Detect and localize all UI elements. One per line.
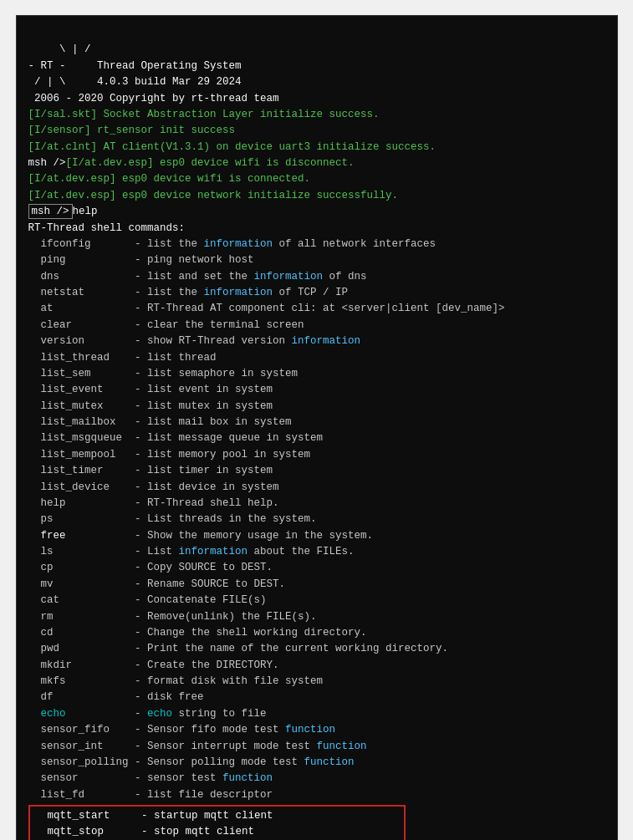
cmd-pwd: pwd - Print the name of the current work… <box>28 643 449 654</box>
cmd-ps: ps - List threads in the system. <box>28 513 317 525</box>
terminal-window: \ | / - RT - Thread Operating System / |… <box>16 15 618 840</box>
cmd-sensor: sensor - sensor test function <box>28 772 273 784</box>
cmd-echo: echo - echo string to file <box>28 708 267 720</box>
cmd-ifconfig: ifconfig - list the information of all n… <box>28 238 436 250</box>
cmd-list-mempool: list_mempool - list memory pool in syste… <box>28 449 311 461</box>
cmd-mkdir: mkdir - Create the DIRECTORY. <box>28 659 279 671</box>
cmd-list-sem: list_sem - list semaphore in system <box>28 368 299 379</box>
cmd-list-mailbox: list_mailbox - list mail box in system <box>28 416 292 428</box>
cmd-free: free - Show the memory usage in the syst… <box>28 530 374 542</box>
cmd-list-device: list_device - list device in system <box>28 481 279 493</box>
cmd-dns: dns - list and set the information of dn… <box>28 271 367 283</box>
prompt-help: msh />help <box>28 204 98 219</box>
cmd-list-fd: list_fd - list file descriptor <box>28 789 273 801</box>
cmd-list-thread: list_thread - list thread <box>28 352 217 364</box>
cmd-ls: ls - List information about the FILEs. <box>28 546 355 557</box>
cmd-cat: cat - Concatenate FILE(s) <box>28 594 267 606</box>
cmd-list-timer: list_timer - list timer in system <box>28 465 273 476</box>
cmd-list-event: list_event - list event in system <box>28 384 273 395</box>
cmd-at: at - RT-Thread AT component cli: at <ser… <box>28 303 505 314</box>
cmd-cp: cp - Copy SOURCE to DEST. <box>28 562 273 573</box>
cmd-mv: mv - Rename SOURCE to DEST. <box>28 578 286 590</box>
cmd-rm: rm - Remove(unlink) the FILE(s). <box>28 611 317 623</box>
cmd-mkfs: mkfs - format disk with file system <box>28 675 324 687</box>
cmd-ping: ping - ping network host <box>28 254 254 266</box>
shell-header: RT-Thread shell commands: <box>28 222 186 234</box>
cmd-sensor-fifo: sensor_fifo - Sensor fifo mode test func… <box>28 724 336 736</box>
cmd-list-msgqueue: list_msgqueue - list message queue in sy… <box>28 432 324 444</box>
cmd-sensor-int: sensor_int - Sensor interrupt mode test … <box>28 741 367 752</box>
cmd-clear: clear - clear the terminal screen <box>28 319 304 331</box>
cmd-cd: cd - Change the shell working directory. <box>28 627 367 639</box>
cmd-netstat: netstat - list the information of TCP / … <box>28 287 349 298</box>
cmd-sensor-polling: sensor_polling - Sensor polling mode tes… <box>28 756 355 768</box>
cmd-version: version - show RT-Thread version informa… <box>28 335 361 347</box>
cmd-help: help - RT-Thread shell help. <box>28 497 279 509</box>
boot-lines: \ | / - RT - Thread Operating System / |… <box>28 43 436 201</box>
cmd-list-mutex: list_mutex - list mutex in system <box>28 400 273 412</box>
cmd-df: df - disk free <box>28 691 204 703</box>
terminal-content: \ | / - RT - Thread Operating System / |… <box>28 26 605 840</box>
